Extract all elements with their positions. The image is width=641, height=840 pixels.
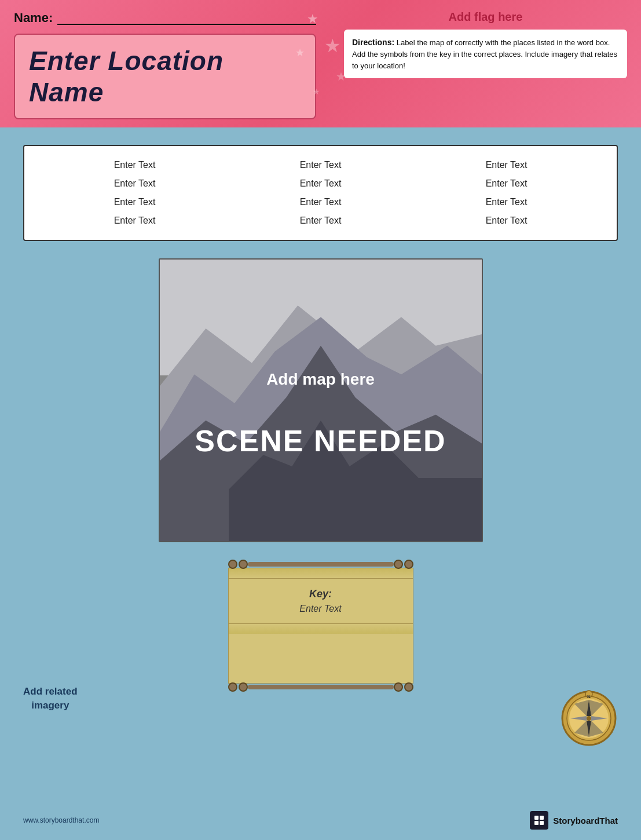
word-item-11[interactable]: Enter Text xyxy=(228,213,413,228)
word-item-6[interactable]: Enter Text xyxy=(413,176,599,191)
scroll-top-rod xyxy=(228,560,413,569)
compass-area: N xyxy=(560,689,618,747)
bottom-right-knob-2 xyxy=(404,682,413,692)
directions-label: Directions: xyxy=(352,38,394,47)
location-name: Enter Location Name xyxy=(29,45,301,108)
brand-name: StoryboardThat xyxy=(553,816,618,826)
footer: www.storyboardthat.com StoryboardThat xyxy=(0,811,641,830)
top-rod-bar xyxy=(248,562,394,567)
compass-icon: N xyxy=(560,689,618,747)
name-underline-field[interactable] xyxy=(57,11,316,25)
bottom-left-knob-2 xyxy=(239,682,248,692)
bottom-right-knobs xyxy=(394,682,413,692)
word-item-12[interactable]: Enter Text xyxy=(413,213,599,228)
scroll-bottom-curl xyxy=(229,623,413,634)
name-row: Name: xyxy=(14,10,316,25)
scene-needed-text: SCENE NEEDED xyxy=(195,424,446,458)
map-container[interactable]: Add map here SCENE NEEDED xyxy=(159,258,483,542)
footer-url: www.storyboardthat.com xyxy=(23,816,99,824)
bottom-left-knobs xyxy=(228,682,248,692)
directions-box: Directions: Label the map of correctly w… xyxy=(344,30,627,78)
key-enter-text[interactable]: Enter Text xyxy=(246,604,395,614)
top-right-knob-1 xyxy=(394,560,403,569)
bottom-left-knob-1 xyxy=(228,682,237,692)
top-right-knobs xyxy=(394,560,413,569)
map-text-overlay: Add map here SCENE NEEDED xyxy=(195,370,446,458)
word-box: Enter Text Enter Text Enter Text Enter T… xyxy=(23,145,618,241)
svg-text:N: N xyxy=(587,694,591,699)
scroll-top-curl xyxy=(229,568,413,579)
brand-icon xyxy=(530,811,548,830)
name-label: Name: xyxy=(14,10,53,25)
top-left-knob-2 xyxy=(239,560,248,569)
svg-rect-21 xyxy=(540,821,544,825)
scroll-bottom-rod xyxy=(228,682,413,692)
flag-placeholder[interactable]: Add flag here xyxy=(344,10,627,24)
word-item-5[interactable]: Enter Text xyxy=(228,176,413,191)
word-item-8[interactable]: Enter Text xyxy=(228,195,413,210)
svg-rect-20 xyxy=(534,821,539,825)
storyboard-brand: StoryboardThat xyxy=(530,811,618,830)
word-item-2[interactable]: Enter Text xyxy=(228,158,413,173)
header-left: Name: Enter Location Name xyxy=(0,0,330,127)
svg-rect-18 xyxy=(534,816,539,820)
top-left-knobs xyxy=(228,560,248,569)
word-item-1[interactable]: Enter Text xyxy=(42,158,228,173)
word-item-9[interactable]: Enter Text xyxy=(413,195,599,210)
bottom-right-knob-1 xyxy=(394,682,403,692)
top-left-knob-1 xyxy=(228,560,237,569)
svg-rect-19 xyxy=(540,816,544,820)
header: Name: Enter Location Name ★ ★ ★ ★ ★ Add … xyxy=(0,0,641,127)
add-imagery-label[interactable]: Add related imagery xyxy=(23,685,78,713)
bottom-rod-bar xyxy=(248,685,394,689)
word-item-7[interactable]: Enter Text xyxy=(42,195,228,210)
scroll-body: Key: Enter Text xyxy=(228,568,413,684)
header-right: Add flag here Directions: Label the map … xyxy=(330,0,641,127)
scroll-area: Key: Enter Text xyxy=(228,560,413,692)
top-right-knob-2 xyxy=(404,560,413,569)
word-item-10[interactable]: Enter Text xyxy=(42,213,228,228)
add-map-text: Add map here xyxy=(195,370,446,389)
word-item-3[interactable]: Enter Text xyxy=(413,158,599,173)
main-content: Enter Text Enter Text Enter Text Enter T… xyxy=(0,127,641,840)
location-box[interactable]: Enter Location Name xyxy=(14,34,316,119)
svg-point-16 xyxy=(587,716,591,721)
key-title: Key: xyxy=(246,588,395,600)
word-item-4[interactable]: Enter Text xyxy=(42,176,228,191)
